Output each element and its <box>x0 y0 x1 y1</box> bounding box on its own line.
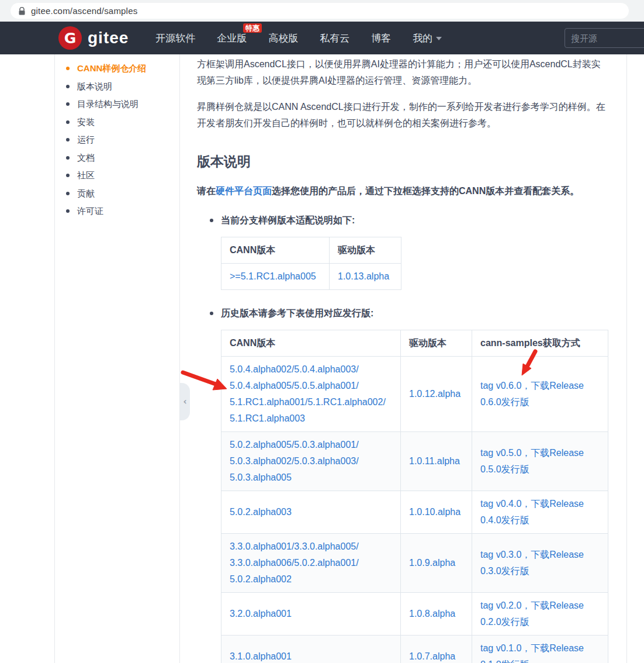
url-text: gitee.com/ascend/samples <box>31 6 137 16</box>
hardware-platform-link[interactable]: 硬件平台页面 <box>216 186 272 196</box>
tag-link[interactable]: tag v0.6.0 <box>480 381 521 391</box>
cann-version-link[interactable]: >=5.1.RC1.alpha005 <box>230 271 316 281</box>
lock-icon <box>19 7 25 15</box>
sidebar-content-divider <box>179 54 180 663</box>
nav-item-enterprise[interactable]: 企业版特惠 <box>217 32 247 45</box>
cann-version-link[interactable]: 5.0.4.alpha002/5.0.4.alpha003/ 5.0.4.alp… <box>230 364 386 423</box>
main-nav: 开源软件 企业版特惠 高校版 私有云 博客 我的 <box>155 32 442 45</box>
chevron-down-icon <box>436 37 442 40</box>
tag-link[interactable]: tag v0.5.0 <box>480 448 521 458</box>
nav-item-blog[interactable]: 博客 <box>371 32 391 45</box>
sidebar-item-community[interactable]: 社区 <box>66 170 174 181</box>
tag-link[interactable]: tag v0.3.0 <box>480 550 521 560</box>
nav-item-mine[interactable]: 我的 <box>413 32 442 45</box>
cann-version-link[interactable]: 3.2.0.alpha001 <box>230 609 292 619</box>
driver-version-link[interactable]: 1.0.13.alpha <box>338 271 389 281</box>
cann-version-link[interactable]: 3.3.0.alpha001/3.3.0.alpha005/ 3.3.0.alp… <box>230 541 359 584</box>
search-input[interactable] <box>565 28 644 48</box>
sidebar-item-docs[interactable]: 文档 <box>66 153 174 163</box>
chevron-left-icon: ‹ <box>183 396 186 407</box>
content-right-border <box>626 54 627 663</box>
address-bar[interactable]: gitee.com/ascend/samples <box>11 3 629 19</box>
tag-link[interactable]: tag v0.2.0 <box>480 600 521 610</box>
browser-chrome: gitee.com/ascend/samples <box>0 0 644 22</box>
cann-version-link[interactable]: 5.0.2.alpha003 <box>230 507 292 517</box>
col-header-cann: CANN版本 <box>221 237 330 264</box>
version-note: 请在硬件平台页面选择您使用的产品后，通过下拉框选择支持的CANN版本并查看配套关… <box>197 182 609 199</box>
gitee-logo-icon: G <box>58 26 82 50</box>
col-header-driver: 驱动版本 <box>330 237 401 264</box>
driver-version-link[interactable]: 1.0.9.alpha <box>409 558 455 568</box>
table-row: >=5.1.RC1.alpha005 1.0.13.alpha <box>221 264 401 290</box>
doc-content: 方框架调用AscendCL接口，以便使用昇腾AI处理器的计算能力；用户还可以使用… <box>197 56 609 663</box>
sidebar-collapse-handle[interactable]: ‹ <box>180 383 190 420</box>
current-branch-section: 当前分支样例版本适配说明如下: CANN版本 驱动版本 >=5.1.RC1.al… <box>210 215 609 290</box>
driver-version-link[interactable]: 1.0.10.alpha <box>409 507 461 517</box>
driver-version-link[interactable]: 1.0.12.alpha <box>409 389 461 399</box>
table-row: 5.0.4.alpha002/5.0.4.alpha003/ 5.0.4.alp… <box>221 357 608 432</box>
nav-item-education[interactable]: 高校版 <box>268 32 298 45</box>
gitee-logo-text: gitee <box>88 29 129 47</box>
version-table-history: CANN版本 驱动版本 cann-samples获取方式 5.0.4.alpha… <box>221 330 608 663</box>
sidebar-item-directory[interactable]: 目录结构与说明 <box>66 99 174 109</box>
cann-version-link[interactable]: 5.0.2.alpha005/5.0.3.alpha001/ 5.0.3.alp… <box>230 440 359 482</box>
col-header-cann: CANN版本 <box>221 330 401 357</box>
tag-link[interactable]: tag v0.1.0 <box>480 643 521 653</box>
driver-version-link[interactable]: 1.0.7.alpha <box>409 651 455 661</box>
nav-item-opensource[interactable]: 开源软件 <box>155 32 195 45</box>
section-title-version-notes: 版本说明 <box>197 153 609 171</box>
sidebar-item-version-notes[interactable]: 版本说明 <box>66 81 174 92</box>
table-row: 3.2.0.alpha001 1.0.8.alpha tag v0.2.0，下载… <box>221 593 608 636</box>
driver-version-link[interactable]: 1.0.11.alpha <box>409 456 460 466</box>
driver-version-link[interactable]: 1.0.8.alpha <box>409 609 455 619</box>
sidebar-toc: CANN样例仓介绍 版本说明 目录结构与说明 安装 运行 文档 社区 贡献 许可… <box>66 63 174 224</box>
version-table-current: CANN版本 驱动版本 >=5.1.RC1.alpha005 1.0.13.al… <box>221 237 401 290</box>
sidebar-item-contribute[interactable]: 贡献 <box>66 188 174 199</box>
sidebar-item-cann-intro[interactable]: CANN样例仓介绍 <box>66 63 174 74</box>
table-row: 3.3.0.alpha001/3.3.0.alpha005/ 3.3.0.alp… <box>221 534 608 593</box>
table-row: 5.0.2.alpha005/5.0.3.alpha001/ 5.0.3.alp… <box>221 432 608 491</box>
tag-link[interactable]: tag v0.4.0 <box>480 499 521 509</box>
table-header-row: CANN版本 驱动版本 cann-samples获取方式 <box>221 330 608 357</box>
intro-paragraph-2: 昇腾样例仓就是以CANN AscendCL接口进行开发，制作的一系列给开发者进行… <box>197 99 609 132</box>
page: gitee.com/ascend/samples G gitee 开源软件 企业… <box>0 0 644 663</box>
sidebar-item-license[interactable]: 许可证 <box>66 206 174 216</box>
sidebar-item-run[interactable]: 运行 <box>66 134 174 145</box>
bullet-history-versions: 历史版本请参考下表使用对应发行版: <box>210 308 609 320</box>
intro-paragraph-1: 方框架调用AscendCL接口，以便使用昇腾AI处理器的计算能力；用户还可以使用… <box>197 56 609 89</box>
cann-version-link[interactable]: 3.1.0.alpha001 <box>230 651 292 661</box>
promo-badge: 特惠 <box>243 23 262 33</box>
table-header-row: CANN版本 驱动版本 <box>221 237 401 264</box>
nav-item-private-cloud[interactable]: 私有云 <box>320 32 349 45</box>
col-header-samples: cann-samples获取方式 <box>472 330 608 357</box>
history-versions-section: 历史版本请参考下表使用对应发行版: CANN版本 驱动版本 cann-sampl… <box>210 308 609 663</box>
table-row: 5.0.2.alpha003 1.0.10.alpha tag v0.4.0，下… <box>221 491 608 534</box>
site-header: G gitee 开源软件 企业版特惠 高校版 私有云 博客 我的 <box>0 22 644 54</box>
table-row: 3.1.0.alpha001 1.0.7.alpha tag v0.1.0，下载… <box>221 636 608 663</box>
sidebar-item-install[interactable]: 安装 <box>66 117 174 127</box>
sidebar-left-border <box>54 54 55 663</box>
col-header-driver: 驱动版本 <box>401 330 472 357</box>
bullet-current-branch: 当前分支样例版本适配说明如下: <box>210 215 609 227</box>
gitee-logo[interactable]: G gitee <box>58 26 129 50</box>
